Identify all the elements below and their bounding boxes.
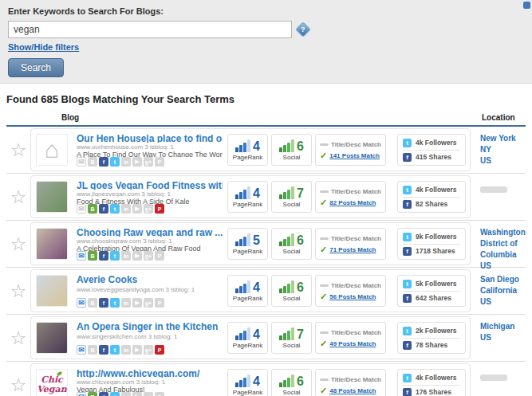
result-card: Averie Cooks www.loveveggiesandyoga.com …	[30, 269, 471, 312]
blog-icon[interactable]: B	[88, 345, 97, 355]
search-button[interactable]: Search	[8, 58, 64, 77]
email-icon[interactable]: ✉	[77, 392, 86, 396]
pagerank-value: 5	[253, 234, 260, 246]
pagerank-box: 4 PageRank	[227, 134, 268, 166]
house-chicken-sketch-thumbnail[interactable]: ⌂	[36, 134, 68, 166]
pinterest-icon[interactable]: P	[155, 251, 164, 261]
twitter-icon: t	[403, 280, 412, 288]
twitter-icon: t	[403, 374, 412, 382]
favorite-star-icon[interactable]: ☆	[6, 222, 30, 265]
facebook-icon[interactable]: f	[99, 204, 108, 214]
social-box: 6 Social	[271, 275, 312, 307]
pinterest-icon[interactable]: P	[155, 298, 164, 308]
favorite-star-icon[interactable]: ☆	[6, 175, 30, 218]
blog-title-link[interactable]: Choosing Raw vegan and raw ...	[77, 227, 223, 237]
blog-thumbnail[interactable]	[36, 181, 68, 213]
blog-title-link[interactable]: An Opera Singer in the Kitchen	[77, 321, 223, 332]
social-value: 6	[297, 375, 304, 387]
blog-thumbnail[interactable]	[36, 322, 68, 354]
gplus-icon[interactable]: g+	[144, 392, 153, 396]
blog-thumbnail[interactable]	[36, 275, 68, 307]
pagerank-label: PageRank	[233, 389, 262, 396]
gplus-icon[interactable]: g+	[144, 298, 153, 308]
favorite-star-icon[interactable]: ☆	[6, 269, 30, 312]
youtube-icon[interactable]: ▶	[132, 345, 142, 355]
twitter-icon[interactable]: t	[110, 204, 120, 214]
posts-match-link[interactable]: 56 Posts Match	[329, 293, 376, 300]
facebook-icon[interactable]: f	[99, 157, 108, 167]
blog-title-link[interactable]: JL goes Vegan Food Fitness with ...	[77, 180, 223, 190]
email-icon[interactable]: ✉	[77, 345, 86, 355]
search-input[interactable]	[8, 21, 292, 38]
social-box: 7 Social	[271, 181, 312, 213]
pinterest-icon[interactable]: P	[155, 204, 164, 214]
blog-icon[interactable]: B	[88, 392, 97, 396]
social-icons-row: ✉Bftin▶g+P	[77, 345, 223, 355]
youtube-icon[interactable]: ▶	[132, 298, 142, 308]
twitter-icon[interactable]: t	[110, 392, 120, 396]
email-icon[interactable]: ✉	[77, 157, 86, 167]
linkedin-icon[interactable]: in	[121, 251, 131, 261]
youtube-icon[interactable]: ▶	[132, 392, 142, 396]
facebook-icon[interactable]: f	[99, 251, 108, 261]
location-line: California	[480, 285, 526, 296]
blog-title-link[interactable]: Our Hen House|a place to find our ...	[77, 133, 223, 143]
gplus-icon[interactable]: g+	[144, 251, 153, 261]
show-hide-filters-link[interactable]: Show/Hide filters	[8, 42, 79, 52]
social-icons-row: ✉Bftin▶g+P	[77, 392, 223, 396]
youtube-icon[interactable]: ▶	[132, 251, 142, 261]
posts-match-link[interactable]: 49 Posts Match	[329, 340, 376, 347]
posts-match-link[interactable]: 141 Posts Match	[329, 152, 380, 159]
twitter-icon[interactable]: t	[110, 157, 120, 167]
pagerank-label: PageRank	[233, 248, 262, 255]
email-icon[interactable]: ✉	[77, 251, 86, 261]
email-icon[interactable]: ✉	[77, 298, 86, 308]
linkedin-icon[interactable]: in	[121, 204, 131, 214]
facebook-icon[interactable]: f	[99, 392, 108, 396]
social-label: Social	[283, 342, 301, 349]
facebook-icon: f	[403, 294, 412, 303]
gplus-icon[interactable]: g+	[144, 345, 153, 355]
blog-icon[interactable]: B	[88, 204, 97, 214]
blog-icon[interactable]: B	[88, 157, 97, 167]
youtube-icon[interactable]: ▶	[132, 157, 142, 167]
help-icon[interactable]: ?	[295, 22, 311, 37]
posts-match-link[interactable]: 82 Posts Match	[329, 199, 376, 206]
blog-thumbnail[interactable]: ChicVegan	[36, 369, 68, 396]
blog-description: A Place To Find Our Way To Change The Wo…	[77, 151, 223, 157]
twitter-icon[interactable]: t	[110, 345, 120, 355]
linkedin-icon[interactable]: in	[121, 345, 131, 355]
blog-url: www.loveveggiesandyoga.com 3 isblog: 1	[77, 286, 223, 293]
pinterest-icon[interactable]: P	[155, 392, 164, 396]
location-line: Michigan	[480, 321, 526, 332]
blog-icon[interactable]: B	[88, 251, 97, 261]
gplus-icon[interactable]: g+	[144, 204, 153, 214]
result-row: ☆ Choosing Raw vegan and raw ... www.cho…	[6, 221, 526, 268]
social-box: 6 Social	[271, 134, 312, 166]
twitter-icon[interactable]: t	[110, 251, 120, 261]
blog-thumbnail[interactable]	[36, 228, 68, 260]
pinterest-icon[interactable]: P	[155, 157, 164, 167]
facebook-icon[interactable]: f	[99, 298, 108, 308]
facebook-icon[interactable]: f	[99, 345, 108, 355]
followers-count: 5k Followers	[416, 280, 457, 288]
favorite-star-icon[interactable]: ☆	[6, 316, 30, 359]
linkedin-icon[interactable]: in	[121, 298, 131, 308]
blog-title-link[interactable]: http://www.chicvegan.com/	[77, 368, 223, 378]
posts-match-link[interactable]: 48 Posts Match	[329, 387, 376, 394]
gplus-icon[interactable]: g+	[144, 157, 153, 167]
blog-title-link[interactable]: Averie Cooks	[77, 274, 223, 285]
twitter-icon[interactable]: t	[110, 298, 120, 308]
result-card: JL goes Vegan Food Fitness with ... www.…	[30, 175, 471, 218]
youtube-icon[interactable]: ▶	[132, 204, 142, 214]
pinterest-icon[interactable]: P	[155, 345, 164, 355]
favorite-star-icon[interactable]: ☆	[6, 128, 30, 171]
email-icon[interactable]: ✉	[77, 204, 86, 214]
blog-icon[interactable]: B	[88, 298, 97, 308]
favorite-star-icon[interactable]: ☆	[6, 363, 30, 396]
linkedin-icon[interactable]: in	[121, 157, 131, 167]
location-line: District of Columbia	[480, 238, 526, 261]
posts-match-link[interactable]: 71 Posts Match	[329, 246, 376, 253]
social-value: 6	[297, 281, 304, 293]
linkedin-icon[interactable]: in	[121, 392, 131, 396]
